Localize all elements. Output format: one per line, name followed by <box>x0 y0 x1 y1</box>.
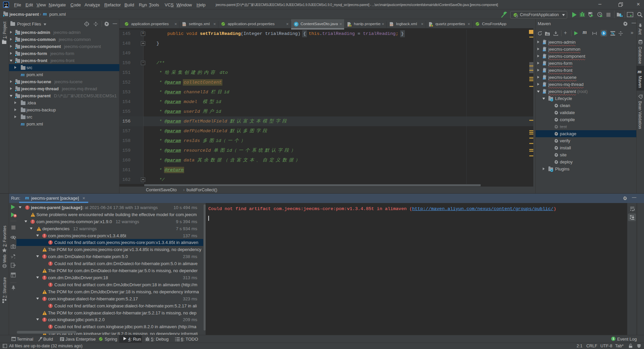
svg-text:m: m <box>543 42 545 44</box>
svg-text:m: m <box>543 56 545 58</box>
svg-text:m: m <box>546 33 549 36</box>
svg-text:m: m <box>543 77 545 80</box>
svg-text:</>: </> <box>182 24 186 27</box>
svg-text:m: m <box>543 63 545 65</box>
svg-text:m: m <box>543 91 545 94</box>
svg-text:m: m <box>543 84 545 87</box>
svg-text:m: m <box>543 70 545 72</box>
svg-text:</>: </> <box>390 24 393 27</box>
svg-text:m: m <box>543 49 545 51</box>
